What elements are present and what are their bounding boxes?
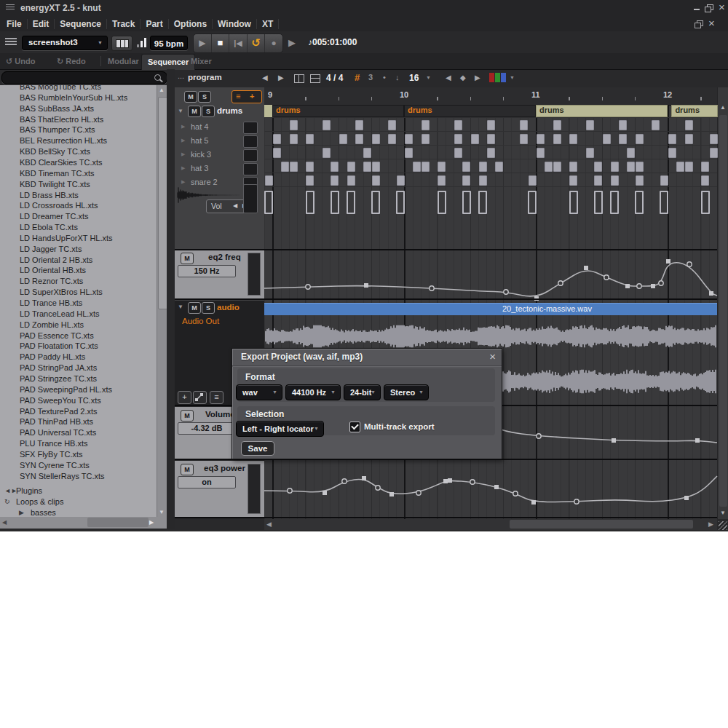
grid-dropdown-icon[interactable]: ▼ [426,75,431,80]
save-button[interactable]: Save [241,441,274,456]
file-item[interactable]: LD Oriental HB.xts [20,266,86,277]
file-item[interactable]: PAD Stringzee TC.xts [20,374,97,385]
scroll-left-icon[interactable]: ◀ [2,519,7,526]
audio-out-label[interactable]: Audio Out [182,317,219,325]
dialog-title-bar[interactable]: Export Project (wav, aif, mp3) × [232,349,502,366]
stop-button[interactable]: ■ [212,34,230,52]
dot-tool-icon[interactable]: • [383,73,386,82]
piano-view-button[interactable] [111,36,132,51]
file-item[interactable]: BAS RumbleInYourSub HL.xts [20,93,127,104]
file-item[interactable]: PAD ThinPad HB.xts [20,417,93,428]
hsplit-view-icon[interactable] [310,74,320,83]
file-item[interactable]: PAD Essence TC.xts [20,331,94,342]
expand-icon[interactable]: ▶ [181,124,185,130]
play-button[interactable]: ▶ [194,34,212,52]
file-item[interactable]: BEL Resurrection HL.xts [20,136,107,147]
mute-button[interactable]: M [188,302,201,314]
dialog-close-icon[interactable]: × [489,350,496,363]
file-item[interactable]: PAD SweepYou TC.xts [20,396,101,407]
file-item[interactable]: BAS MoogTube TC.xts [20,85,101,93]
file-item[interactable]: BAS ThatElectro HL.xts [20,115,103,126]
menu-window[interactable]: Window [213,19,257,29]
grid-value[interactable]: 16 [409,73,419,83]
file-item[interactable]: LD HandsUpForXT HL.xts [20,234,113,245]
file-item[interactable]: PAD Paddy HL.xts [20,352,85,363]
scroll-thumb[interactable] [87,518,149,527]
tempo-display[interactable]: 95 bpm [150,36,188,50]
file-item[interactable]: SYN Cyrene TC.xts [20,461,90,472]
track-name-hat-4[interactable]: hat 4 [191,122,208,131]
track-name-audio[interactable]: audio [217,303,240,312]
menu-sequence[interactable]: Sequence [55,19,107,29]
expand-icon[interactable]: ▶ [181,138,185,143]
format-dropdown-1[interactable]: 44100 Hz▼ [285,384,341,400]
undo-button[interactable]: ↺ Undo [6,57,35,66]
lane-value[interactable]: 150 Hz [178,265,236,277]
file-item[interactable]: LD TranceLead HL.xts [20,309,99,320]
main-hscrollbar[interactable]: ◀ ▶ [264,519,717,530]
file-item[interactable]: LD Trance HB.xts [20,298,82,309]
file-item[interactable]: PAD SweepingPad HL.xts [20,385,112,396]
selection-dropdown[interactable]: Left - Right locator▼ [236,421,324,437]
add-track-button[interactable]: + [178,391,191,404]
multitrack-checkbox[interactable] [349,422,360,432]
snap-icon[interactable]: # [355,72,360,83]
file-item[interactable]: LD SuperXtBros HL.xts [20,288,103,298]
child-restore-button[interactable] [695,20,703,28]
file-item[interactable]: KBD BellSky TC.xts [20,147,90,158]
track-name-hat-3[interactable]: hat 3 [191,164,208,173]
file-item[interactable]: KBD Tineman TC.xts [20,169,95,180]
menu-part[interactable]: Part [141,19,168,29]
mute-button[interactable]: M [184,91,197,103]
file-item[interactable]: LD Ebola TC.xts [20,223,78,234]
panel-divider[interactable] [167,69,175,529]
browser-vscrollbar[interactable]: ▲ ▼ [157,85,167,517]
main-vscrollbar[interactable]: ▲ ▼ [717,87,728,519]
file-item[interactable]: SYN StellerRays TC.xts [20,472,105,483]
lane-value[interactable]: on [178,476,236,488]
minimize-button[interactable] [692,3,702,12]
menu-options[interactable]: Options [169,19,213,29]
file-item[interactable]: LD Brass HB.xts [20,191,79,202]
file-item[interactable]: PAD Floatation TC.xts [20,341,98,352]
collapse-icon[interactable]: ▼ [178,304,183,310]
sequence-menu-icon[interactable] [5,38,17,46]
solo-button[interactable]: S [198,91,211,103]
scroll-left-icon[interactable]: ◀ [266,521,272,528]
next-part-icon[interactable]: ▶ [278,74,284,82]
file-item[interactable]: KBD ClearSkies TC.xts [20,158,103,169]
snap-value[interactable]: 3 [368,73,373,82]
loc-left-icon[interactable]: ◀ [446,74,451,82]
format-dropdown-3[interactable]: Stereo▼ [384,384,429,400]
prev-part-icon[interactable]: ◀ [262,74,268,82]
tab-sequencer[interactable]: Sequencer [141,54,195,70]
scroll-up-icon[interactable]: ▲ [159,87,165,93]
color-picker[interactable] [489,73,507,82]
menu-track[interactable]: Track [107,19,141,29]
tree-item-plugins[interactable]: ◄►Plugins [0,486,157,497]
record-button[interactable]: ● [265,34,282,52]
track-name-drums[interactable]: drums [217,106,242,115]
scroll-thumb[interactable] [510,520,693,529]
redo-button[interactable]: ↻ Redo [57,57,86,66]
mute-button[interactable]: M [181,410,194,422]
track-name-hat-5[interactable]: hat 5 [191,136,208,145]
node-connect-button[interactable] [193,391,207,404]
scroll-right-icon[interactable]: ▶ [149,519,154,526]
play-from-cursor-button[interactable]: ▶ [288,37,296,48]
collapse-icon[interactable]: ▼ [178,108,183,114]
expand-icon[interactable]: ▶ [181,179,185,185]
scroll-down-icon[interactable]: ▼ [159,509,165,515]
file-item[interactable]: LD Reznor TC.xts [20,277,83,288]
browser-hscrollbar[interactable]: ◀ ▶ [0,517,167,529]
restore-button[interactable] [705,4,713,12]
resize-grip[interactable] [719,521,727,530]
format-dropdown-0[interactable]: wav▼ [236,384,282,400]
part-add-button[interactable]: ≡+ [232,90,262,103]
tab-modular[interactable]: Modular [108,57,139,66]
toolbar-ellipsis[interactable]: ... [178,71,184,80]
search-input[interactable] [1,71,167,84]
rewind-button[interactable]: |◀ [229,34,248,52]
track-list-button[interactable]: ≡ [210,391,223,404]
scroll-up-icon[interactable]: ▲ [720,104,726,111]
